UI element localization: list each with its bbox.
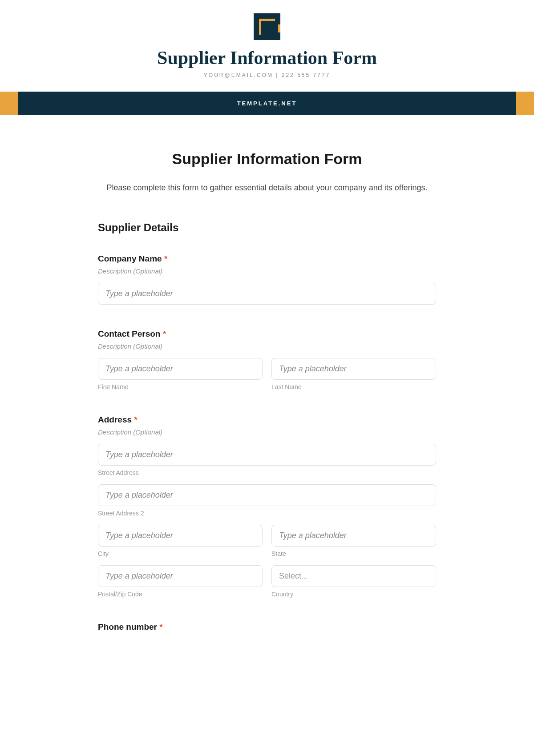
contact-person-label: Contact Person * xyxy=(98,329,436,339)
city-sublabel: City xyxy=(98,550,263,557)
last-name-input[interactable] xyxy=(271,358,436,380)
header-title: Supplier Information Form xyxy=(0,47,534,68)
logo-icon xyxy=(254,13,280,40)
country-sublabel: Country xyxy=(271,591,436,598)
banner: TEMPLATE.NET xyxy=(0,92,534,115)
street-sublabel: Street Address xyxy=(98,469,436,476)
postal-input[interactable] xyxy=(98,565,263,587)
banner-text: TEMPLATE.NET xyxy=(237,100,297,107)
street-input[interactable] xyxy=(98,444,436,466)
company-name-desc: Description (Optional) xyxy=(98,267,436,275)
address-label: Address * xyxy=(98,415,436,425)
first-name-input[interactable] xyxy=(98,358,263,380)
address-field: Address * Description (Optional) Street … xyxy=(98,415,436,598)
header-contact: YOUR@EMAIL.COM | 222 555 7777 xyxy=(0,72,534,78)
address-desc: Description (Optional) xyxy=(98,428,436,436)
company-name-label: Company Name * xyxy=(98,254,436,264)
state-input[interactable] xyxy=(271,525,436,547)
street2-input[interactable] xyxy=(98,484,436,506)
postal-sublabel: Postal/Zip Code xyxy=(98,591,263,598)
last-name-sublabel: Last Name xyxy=(271,383,436,390)
company-name-input[interactable] xyxy=(98,283,436,305)
company-name-field: Company Name * Description (Optional) xyxy=(98,254,436,305)
form-title: Supplier Information Form xyxy=(98,150,436,168)
first-name-sublabel: First Name xyxy=(98,383,263,390)
section-title: Supplier Details xyxy=(98,221,436,234)
form-container: Supplier Information Form Please complet… xyxy=(85,115,449,674)
country-select[interactable]: Select... xyxy=(271,565,436,587)
city-input[interactable] xyxy=(98,525,263,547)
form-description: Please complete this form to gather esse… xyxy=(98,181,436,195)
phone-field: Phone number * xyxy=(98,622,436,632)
contact-person-field: Contact Person * Description (Optional) … xyxy=(98,329,436,390)
contact-person-desc: Description (Optional) xyxy=(98,342,436,350)
street2-sublabel: Street Address 2 xyxy=(98,510,436,517)
header: Supplier Information Form YOUR@EMAIL.COM… xyxy=(0,0,534,78)
phone-label: Phone number * xyxy=(98,622,436,632)
state-sublabel: State xyxy=(271,550,436,557)
